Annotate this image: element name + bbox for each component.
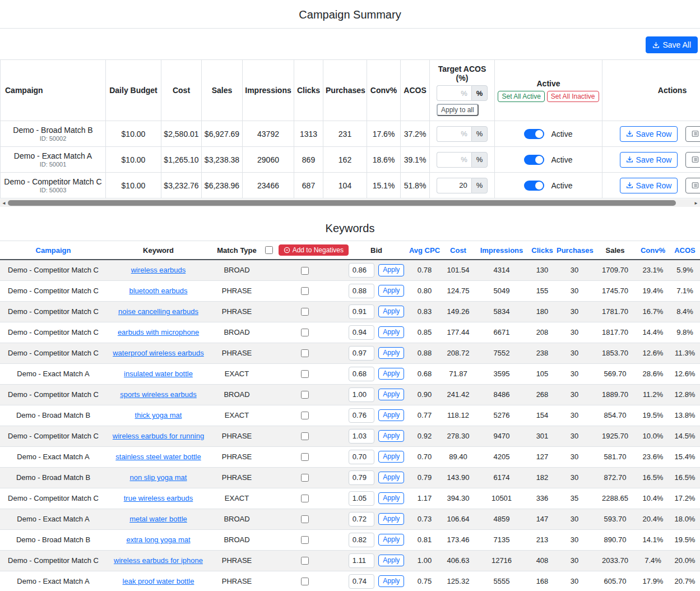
bid-input[interactable] <box>349 512 374 527</box>
negative-checkbox[interactable] <box>301 495 309 502</box>
col-cost[interactable]: Cost <box>161 60 202 121</box>
bid-input[interactable] <box>349 450 374 464</box>
keyword-link[interactable]: wireless earbuds for running <box>113 432 204 440</box>
active-toggle[interactable] <box>524 129 544 139</box>
scrollbar-thumb[interactable] <box>8 200 676 206</box>
col-impressions[interactable]: Impressions <box>243 60 294 121</box>
col-acos[interactable]: ACOS <box>401 60 430 121</box>
negative-checkbox[interactable] <box>301 432 309 440</box>
keyword-link[interactable]: noise cancelling earbuds <box>118 307 198 316</box>
apply-bid-button[interactable]: Apply <box>378 264 404 276</box>
keyword-link[interactable]: non slip yoga mat <box>130 473 187 482</box>
set-all-inactive-button[interactable]: Set All Inactive <box>547 91 599 102</box>
apply-bid-button[interactable]: Apply <box>378 534 404 546</box>
bid-input[interactable] <box>349 304 374 319</box>
keyword-link[interactable]: insulated water bottle <box>124 370 193 378</box>
kw-col-cost[interactable]: Cost <box>443 241 474 260</box>
select-all-negatives-checkbox[interactable] <box>265 246 273 254</box>
keyword-link[interactable]: stainless steel water bottle <box>115 453 201 461</box>
save-row-button[interactable]: Save Row <box>620 178 678 193</box>
bid-input[interactable] <box>349 491 374 506</box>
bid-input[interactable] <box>349 574 374 589</box>
horizontal-scrollbar[interactable]: ◄ ► <box>0 199 700 207</box>
apply-bid-button[interactable]: Apply <box>378 575 404 588</box>
negative-checkbox[interactable] <box>301 287 309 295</box>
active-toggle[interactable] <box>524 181 544 191</box>
col-campaign[interactable]: Campaign <box>1 60 106 121</box>
bid-input[interactable] <box>349 325 374 340</box>
kw-col-campaign[interactable]: Campaign <box>0 241 106 260</box>
negative-checkbox[interactable] <box>301 412 309 419</box>
kw-col-conv[interactable]: Conv% <box>636 241 670 260</box>
apply-bid-button[interactable]: Apply <box>378 492 404 505</box>
save-all-button[interactable]: Save All <box>646 36 698 53</box>
keyword-link[interactable]: extra long yoga mat <box>126 535 190 544</box>
bid-input[interactable] <box>349 533 374 547</box>
target-acos-input[interactable] <box>437 126 471 142</box>
view-button[interactable]: View <box>685 152 700 168</box>
view-button[interactable]: View <box>685 126 700 142</box>
keyword-link[interactable]: true wireless earbuds <box>124 494 193 502</box>
negative-checkbox[interactable] <box>301 391 309 399</box>
keyword-link[interactable]: earbuds with microphone <box>118 328 199 336</box>
target-acos-all-input[interactable] <box>437 85 471 101</box>
keyword-link[interactable]: metal water bottle <box>129 515 187 523</box>
apply-bid-button[interactable]: Apply <box>378 306 404 318</box>
apply-bid-button[interactable]: Apply <box>378 326 404 339</box>
bid-input[interactable] <box>349 263 374 278</box>
set-all-active-button[interactable]: Set All Active <box>498 91 544 102</box>
apply-bid-button[interactable]: Apply <box>378 285 404 297</box>
bid-input[interactable] <box>349 346 374 361</box>
target-acos-input[interactable] <box>437 152 471 168</box>
save-row-button[interactable]: Save Row <box>620 126 678 142</box>
bid-input[interactable] <box>349 553 374 568</box>
bid-input[interactable] <box>349 408 374 423</box>
apply-to-all-button[interactable]: Apply to all <box>437 104 479 116</box>
col-sales[interactable]: Sales <box>202 60 243 121</box>
kw-col-clicks[interactable]: Clicks <box>530 241 555 260</box>
apply-bid-button[interactable]: Apply <box>378 472 404 484</box>
view-button[interactable]: View <box>685 178 700 193</box>
bid-input[interactable] <box>349 367 374 381</box>
apply-bid-button[interactable]: Apply <box>378 430 404 442</box>
bid-input[interactable] <box>349 429 374 444</box>
negative-checkbox[interactable] <box>301 370 309 378</box>
negative-checkbox[interactable] <box>301 308 309 316</box>
keyword-link[interactable]: wireless earbuds for iphone <box>114 556 203 565</box>
kw-col-avg-cpc[interactable]: Avg CPC <box>406 241 443 260</box>
negative-checkbox[interactable] <box>301 515 309 523</box>
apply-bid-button[interactable]: Apply <box>378 389 404 401</box>
keyword-link[interactable]: waterproof wireless earbuds <box>113 349 204 357</box>
scroll-left-arrow-icon[interactable]: ◄ <box>0 199 8 207</box>
active-toggle[interactable] <box>524 155 544 165</box>
kw-col-impressions[interactable]: Impressions <box>474 241 530 260</box>
col-purchases[interactable]: Purchases <box>323 60 367 121</box>
negative-checkbox[interactable] <box>301 453 309 461</box>
apply-bid-button[interactable]: Apply <box>378 451 404 463</box>
negative-checkbox[interactable] <box>301 557 309 565</box>
bid-input[interactable] <box>349 284 374 298</box>
col-conv[interactable]: Conv% <box>367 60 401 121</box>
negative-checkbox[interactable] <box>301 578 309 585</box>
bid-input[interactable] <box>349 387 374 402</box>
bid-input[interactable] <box>349 470 374 485</box>
negative-checkbox[interactable] <box>301 536 309 544</box>
apply-bid-button[interactable]: Apply <box>378 347 404 359</box>
keyword-link[interactable]: thick yoga mat <box>135 411 182 419</box>
col-clicks[interactable]: Clicks <box>294 60 323 121</box>
keyword-link[interactable]: leak proof water bottle <box>123 577 194 585</box>
negative-checkbox[interactable] <box>301 349 309 357</box>
kw-col-acos[interactable]: ACOS <box>670 241 700 260</box>
negative-checkbox[interactable] <box>301 267 309 275</box>
scroll-right-arrow-icon[interactable]: ► <box>692 199 700 207</box>
target-acos-input[interactable] <box>437 178 471 193</box>
apply-bid-button[interactable]: Apply <box>378 409 404 422</box>
keyword-link[interactable]: sports wireless earbuds <box>120 390 197 399</box>
apply-bid-button[interactable]: Apply <box>378 513 404 525</box>
save-row-button[interactable]: Save Row <box>620 152 678 168</box>
negative-checkbox[interactable] <box>301 474 309 482</box>
keyword-link[interactable]: wireless earbuds <box>131 266 186 274</box>
apply-bid-button[interactable]: Apply <box>378 555 404 567</box>
keyword-link[interactable]: bluetooth earbuds <box>129 287 187 295</box>
apply-bid-button[interactable]: Apply <box>378 368 404 380</box>
